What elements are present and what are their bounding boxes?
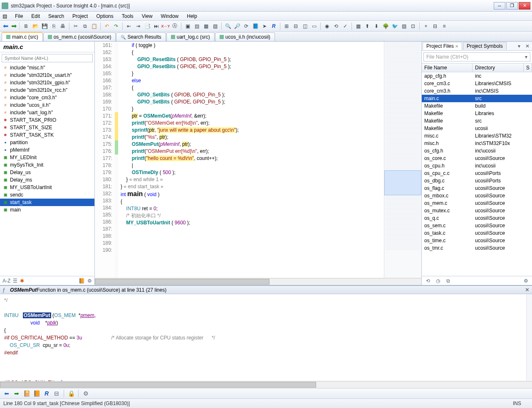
replace-icon[interactable]: ⟳ <box>242 22 250 30</box>
redo-icon[interactable]: ↷ <box>112 22 120 30</box>
relation-icon[interactable]: R <box>270 22 278 30</box>
project-file-row[interactable]: os_dbg.cucosii\Ports <box>422 177 532 184</box>
menu-window[interactable]: Window <box>157 12 183 20</box>
project-file-row[interactable]: os_task.cucosii\Source <box>422 229 532 237</box>
project-file-row[interactable]: os_mem.cucosii\Source <box>422 199 532 207</box>
project-file-row[interactable]: os_flag.cucosii\Source <box>422 184 532 192</box>
nav-book2-icon[interactable]: 📙 <box>32 390 41 397</box>
symbol-item[interactable]: #include "ucos_ii.h" <box>0 101 94 109</box>
indent-right-icon[interactable]: ⇥ <box>134 22 142 30</box>
menu-edit[interactable]: Edit <box>27 12 44 20</box>
project-file-row[interactable]: Makefileucosii <box>422 125 532 132</box>
cascade-icon[interactable]: ◫ <box>301 22 309 30</box>
document-tab[interactable]: ucos_ii.h (inc\ucosii) <box>215 32 275 41</box>
menu-search[interactable]: Search <box>44 12 68 20</box>
project-file-row[interactable]: os_tmr.cucosii\Source <box>422 244 532 252</box>
project-file-row[interactable]: os_q.cucosii\Source <box>422 214 532 222</box>
symbol-item[interactable]: ●pMemInf <box>0 146 94 154</box>
tile-h-icon[interactable]: ⊞ <box>282 22 291 30</box>
symbol-item[interactable]: ▣mySysTick_Init <box>0 161 94 169</box>
proj-clock-icon[interactable]: ◷ <box>434 278 442 284</box>
project-file-row[interactable]: os_cfg.hinc\ucosii <box>422 147 532 155</box>
nav-book-icon[interactable]: 📔 <box>22 390 31 397</box>
paste-icon[interactable]: 📋 <box>90 22 98 30</box>
symbol-item[interactable]: #include "stm32f10x_rcc.h" <box>0 86 94 94</box>
code-editor[interactable]: 161:162:163:164:165:166:167:168:169:170:… <box>95 42 421 278</box>
refresh-icon[interactable]: ⟲ <box>332 22 340 30</box>
cut-icon[interactable]: ✂ <box>72 22 80 30</box>
symbol-item[interactable]: #include "misc.h" <box>0 64 94 71</box>
project-file-row[interactable]: os_cpu_c.cucosii\Ports <box>422 170 532 177</box>
file-search-input[interactable]: File Name (Ctrl+O) ▾ <box>423 52 530 61</box>
nav-fwd-bottom-icon[interactable]: ➡ <box>12 390 21 397</box>
symbol-item[interactable]: ▣sendc <box>0 191 94 199</box>
symbol-search-input[interactable] <box>2 54 93 62</box>
symbol-item[interactable]: ✱START_TASK_PRIO <box>0 116 94 124</box>
project-file-row[interactable]: os_cpu.hinc\ucosii <box>422 162 532 170</box>
symbol-item[interactable]: ▣MY_USBToUartInit <box>0 184 94 191</box>
browse-icon[interactable]: ▦ <box>354 22 362 30</box>
col-directory[interactable]: Directory <box>473 64 524 72</box>
panel1-icon[interactable]: ▣ <box>183 22 192 30</box>
panel4-icon[interactable]: ▧ <box>211 22 219 30</box>
code-minimap[interactable] <box>384 42 421 278</box>
panel-close-icon[interactable]: ✕ <box>523 43 532 49</box>
sync-icon[interactable]: ◉ <box>323 22 331 30</box>
tree-icon[interactable]: 🌳 <box>381 22 390 30</box>
document-tab[interactable]: uart_log.c (src) <box>166 32 215 41</box>
symbol-item[interactable]: #include "core_cm3.h" <box>0 94 94 101</box>
project-file-row[interactable]: main.csrc <box>422 95 532 102</box>
project-list-header[interactable]: File Name Directory S <box>422 63 532 72</box>
saveall-icon[interactable]: ⎘ <box>49 22 58 30</box>
book-icon[interactable]: 📘 <box>251 22 260 30</box>
goto-icon[interactable]: ➤ <box>260 22 269 30</box>
menu-project[interactable]: Project <box>68 12 92 20</box>
symbol-item[interactable]: ●partition <box>0 139 94 146</box>
sym-book-icon[interactable]: 📙 <box>79 278 85 284</box>
bookmark-next-icon[interactable]: ⏭ <box>152 22 161 30</box>
save-icon[interactable]: 💾 <box>40 22 49 30</box>
symbol-item[interactable]: ✱START_STK_SIZE <box>0 124 94 131</box>
callers-icon[interactable]: ⬆ <box>363 22 371 30</box>
symbol-item[interactable]: ▣start_task <box>0 199 94 206</box>
document-tab[interactable]: main.c (src) <box>2 32 43 41</box>
col-filename[interactable]: File Name <box>422 64 473 72</box>
project-file-row[interactable]: core_cm3.hinc\CMSIS <box>422 87 532 95</box>
project-file-list[interactable]: app_cfg.hinccore_cm3.cLibraries\CMSIScor… <box>422 72 532 276</box>
open-icon[interactable]: 📂 <box>31 22 40 30</box>
project-file-row[interactable]: misc.cLibraries\STM32 <box>422 132 532 140</box>
project-file-row[interactable]: app_cfg.hinc <box>422 72 532 80</box>
proj-sync-icon[interactable]: ⟲ <box>424 278 432 284</box>
minimize-button[interactable]: ─ <box>494 2 505 10</box>
close-button[interactable]: ✕ <box>519 2 530 10</box>
close-tab-icon[interactable]: ✕ <box>455 44 458 49</box>
context-close-icon[interactable]: ✕ <box>525 287 530 293</box>
bookmark-icon[interactable]: 📑 <box>143 22 151 30</box>
nav-gear-icon[interactable]: ⚙ <box>82 390 90 397</box>
tabs-dropdown-icon[interactable]: ▾ <box>515 43 523 49</box>
col-s[interactable]: S <box>524 64 532 72</box>
parse-icon[interactable]: ✓ <box>341 22 349 30</box>
menu-view[interactable]: View <box>138 12 157 20</box>
proj-gear-icon[interactable]: ⚙ <box>522 278 530 284</box>
menu-file[interactable]: File <box>11 12 27 20</box>
project-file-row[interactable]: Makefilebuild <box>422 102 532 110</box>
editor-hscrollbar[interactable] <box>95 278 421 285</box>
document-tab[interactable]: 🔍Search Results <box>116 32 166 41</box>
project-file-row[interactable]: os_sem.cucosii\Source <box>422 222 532 229</box>
system-menu-icon[interactable]: ▤ <box>2 12 9 20</box>
document-tab[interactable]: os_mem.c (ucosii\Source) <box>43 32 116 41</box>
sort-az-button[interactable]: A-Z <box>2 278 10 284</box>
sym-gear-icon[interactable]: ⚙ <box>87 278 92 284</box>
find-files-icon[interactable]: 🔎 <box>233 22 241 30</box>
minimap-viewport[interactable] <box>384 170 421 195</box>
print-icon[interactable]: 🖶 <box>59 22 67 30</box>
project-file-row[interactable]: os_mutex.cucosii\Source <box>422 207 532 214</box>
code-area[interactable]: if ( toggle ) { GPIO_ResetBits ( GPIOB, … <box>118 42 384 278</box>
project-file-row[interactable]: misc.hinc\STM32F10x <box>422 140 532 147</box>
menu-tools[interactable]: Tools <box>118 12 138 20</box>
tile-v-icon[interactable]: ⊟ <box>292 22 300 30</box>
symbol-item[interactable]: ▣MY_LEDInit <box>0 154 94 161</box>
nav-lock-icon[interactable]: 🔒 <box>67 390 75 397</box>
symbol-item[interactable]: ▣Delay_us <box>0 169 94 176</box>
